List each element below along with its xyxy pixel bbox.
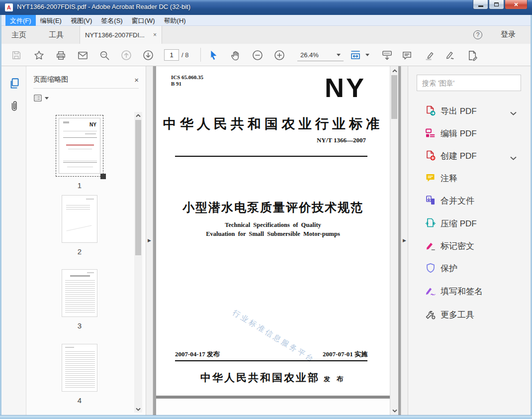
tool-edit-pdf[interactable]: 编辑 PDF <box>409 124 531 142</box>
scroll-down-icon[interactable] <box>391 407 399 414</box>
menu-help[interactable]: 帮助(H) <box>160 15 190 26</box>
document-scrollbar[interactable] <box>390 66 398 415</box>
email-button[interactable] <box>76 49 89 62</box>
tool-more-tools[interactable]: 更多工具 <box>409 306 531 323</box>
thumbnail-2[interactable]: 2 <box>26 195 133 256</box>
tab-close-icon[interactable]: × <box>153 31 157 38</box>
thumbnails-panel-close-icon[interactable]: × <box>134 76 139 84</box>
menu-edit[interactable]: 编辑(E) <box>36 15 66 26</box>
save-button[interactable] <box>10 49 23 62</box>
issue-date: 2007-04-17 发布 <box>175 350 220 359</box>
star-button[interactable] <box>32 49 45 62</box>
highlight-tool-button[interactable] <box>423 49 436 62</box>
tool-compress-pdf[interactable]: 压缩 PDF <box>409 214 531 232</box>
fit-width-icon <box>350 49 362 61</box>
comment-tool-button[interactable] <box>400 49 413 62</box>
left-panel-splitter[interactable]: ▶ <box>146 66 153 415</box>
compress-pdf-icon <box>425 217 437 229</box>
menu-sign[interactable]: 签名(S) <box>96 15 127 26</box>
chevron-down-icon <box>45 97 49 100</box>
page-thumbnails-icon <box>8 77 21 90</box>
thumbnail-list: NY 1 <box>26 109 133 415</box>
tab-document-label: NYT1366-2007FDI... <box>85 31 150 39</box>
attachments-panel-button[interactable] <box>8 100 21 113</box>
chevron-down-icon[interactable] <box>510 153 517 162</box>
tool-label: 编辑 PDF <box>441 128 477 139</box>
menu-view[interactable]: 视图(V) <box>66 15 96 26</box>
expand-right-icon[interactable]: ▶ <box>148 238 151 243</box>
acrobat-window: A NYT1366-2007FDIS.pdf - Adobe Acrobat R… <box>0 0 532 419</box>
thumbnail-1-selection: NY <box>56 115 103 177</box>
right-panel-splitter[interactable]: ▶ <box>401 66 408 415</box>
tab-bar: 主页 工具 NYT1366-2007FDI... × ? 登录 <box>1 26 531 44</box>
zoom-out-button[interactable] <box>251 49 264 62</box>
window-border-left <box>0 15 1 419</box>
thumbnail-3-number: 3 <box>78 321 82 330</box>
close-button[interactable]: ✕ <box>505 0 528 9</box>
horizontal-rule <box>175 156 367 157</box>
thumbnail-2-number: 2 <box>78 247 82 256</box>
thumbnails-scrollbar[interactable] <box>134 112 142 413</box>
page-thumbnails-panel-button[interactable] <box>8 77 21 90</box>
fit-options-chevron-icon[interactable] <box>365 54 369 56</box>
menu-window[interactable]: 窗口(W) <box>127 15 160 26</box>
restore-button[interactable] <box>489 0 504 9</box>
toolbar-divider <box>200 48 201 62</box>
help-button[interactable]: ? <box>473 30 482 39</box>
document-view[interactable]: ICS 65.060.35 B 91 NY 中华人民共和国农业行业标准 NY/T… <box>153 66 401 415</box>
page-number-input[interactable] <box>164 49 179 61</box>
email-icon <box>77 50 89 61</box>
horizontal-rule <box>175 360 367 361</box>
tool-create-pdf[interactable]: 创建 PDF <box>409 147 531 165</box>
tool-comment[interactable]: 注释 <box>409 169 531 187</box>
search-button[interactable] <box>98 49 111 62</box>
thumbnail-4[interactable]: 4 <box>26 344 133 405</box>
minimize-button[interactable] <box>473 0 488 9</box>
scrollbar-thumb[interactable] <box>135 120 141 255</box>
tool-label: 填写和签名 <box>441 286 483 297</box>
reading-mode-icon <box>381 49 393 61</box>
tool-label: 标记密文 <box>441 240 474 252</box>
menu-file[interactable]: 文件(F) <box>5 15 36 26</box>
scroll-up-icon[interactable] <box>391 67 399 74</box>
tool-fill-sign[interactable]: 填写和签名 <box>409 282 531 300</box>
tool-redact[interactable]: 标记密文 <box>409 237 531 255</box>
scrollbar-thumb[interactable] <box>391 75 397 119</box>
scroll-up-icon[interactable] <box>134 112 142 119</box>
selection-handle[interactable] <box>100 174 106 179</box>
select-tool-button[interactable] <box>207 49 220 62</box>
zoom-level-dropdown[interactable]: 26.4% <box>297 49 344 61</box>
document-pencil-icon <box>467 50 478 61</box>
stamp-tool-button[interactable] <box>466 49 479 62</box>
scroll-down-icon[interactable] <box>134 406 142 413</box>
hand-icon <box>230 50 241 61</box>
sign-in-button[interactable]: 登录 <box>501 30 516 39</box>
tab-home[interactable]: 主页 <box>5 26 32 44</box>
publish-word: 发 布 <box>324 375 346 383</box>
tool-export-pdf[interactable]: 导出 PDF <box>409 102 531 120</box>
search-tools-input[interactable] <box>417 75 521 91</box>
tool-combine-files[interactable]: 合并文件 <box>409 192 531 210</box>
expand-right-icon[interactable]: ▶ <box>403 238 406 243</box>
plus-circle-icon <box>273 49 285 61</box>
previous-page-button[interactable] <box>120 49 133 62</box>
zoom-in-button[interactable] <box>273 49 286 62</box>
pdf-page-1[interactable]: ICS 65.060.35 B 91 NY 中华人民共和国农业行业标准 NY/T… <box>156 66 390 396</box>
thumbnails-options-button[interactable] <box>33 93 50 104</box>
close-icon: ✕ <box>514 1 518 8</box>
hand-tool-button[interactable] <box>229 49 242 62</box>
thumbnails-panel-title: 页面缩略图 <box>33 75 134 84</box>
tab-tools[interactable]: 工具 <box>43 26 70 44</box>
sign-tool-button[interactable] <box>444 49 457 62</box>
thumbnail-1[interactable]: NY 1 <box>26 115 133 190</box>
chevron-down-icon[interactable] <box>510 108 517 117</box>
fit-width-button[interactable] <box>350 49 362 62</box>
thumbnail-3[interactable]: 3 <box>26 269 133 330</box>
acrobat-app-icon: A <box>5 3 13 11</box>
standard-number: NY/T 1366—2007 <box>317 136 366 144</box>
tool-protect[interactable]: 保护 <box>409 259 531 277</box>
tab-document[interactable]: NYT1366-2007FDI... × <box>80 26 162 44</box>
reading-mode-button[interactable] <box>380 49 393 62</box>
print-button[interactable] <box>54 49 67 62</box>
next-page-button[interactable] <box>142 49 155 62</box>
